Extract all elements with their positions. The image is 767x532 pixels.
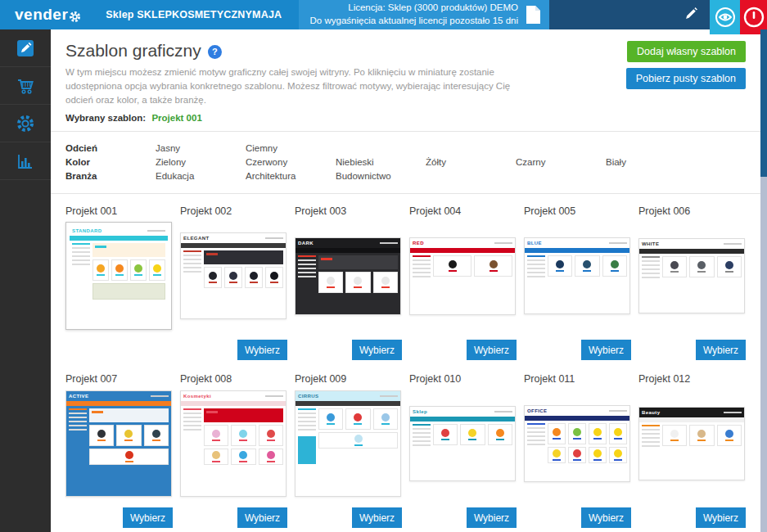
- document-icon[interactable]: [526, 5, 541, 25]
- thumb-logo: Beauty: [642, 410, 660, 415]
- thumb-product-row: [433, 424, 512, 445]
- template-thumbnail[interactable]: Beauty: [638, 407, 745, 480]
- gear-icon: [15, 113, 36, 134]
- vendero-logo-text: vender: [15, 6, 68, 24]
- selected-template-line: Wybrany szablon: Projekt 001: [65, 113, 626, 123]
- filter-option[interactable]: Niebieski: [336, 156, 426, 169]
- thumb-product-row: [548, 423, 627, 444]
- page-title: Szablon graficzny: [65, 41, 201, 61]
- thumb-logo: STANDARD: [72, 228, 102, 233]
- filter-option[interactable]: Architektura: [246, 169, 336, 183]
- template-title: Projekt 011: [524, 373, 638, 386]
- template-thumbnail[interactable]: ACTIVE: [65, 390, 172, 497]
- template-title: Projekt 005: [524, 205, 638, 219]
- selected-template-value[interactable]: Projekt 001: [151, 113, 201, 123]
- cart-icon: [15, 75, 36, 97]
- thumb-map-block: [92, 283, 165, 300]
- thumb-logo: BLUE: [527, 241, 542, 246]
- thumb-product-row: [92, 259, 165, 281]
- wybierz-button[interactable]: Wybierz: [352, 507, 402, 528]
- template-card: Projekt 008KosmetykiWybierz: [180, 373, 295, 528]
- shop-name: Sklep SKLEPKOSMETYCZNYMAJA: [106, 0, 282, 29]
- template-card: Projekt 005BLUEWybierz: [524, 205, 638, 360]
- thumb-product-row: [89, 449, 169, 465]
- help-icon[interactable]: ?: [208, 45, 222, 59]
- download-empty-template-button[interactable]: Pobierz pusty szablon: [626, 68, 746, 89]
- filter-option[interactable]: Czerwony: [246, 156, 336, 169]
- template-thumbnail[interactable]: BLUE: [524, 237, 630, 314]
- filter-option[interactable]: Biały: [606, 156, 696, 169]
- vendero-logo[interactable]: vender: [15, 0, 81, 29]
- thumb-logo: WHITE: [642, 241, 659, 246]
- thumb-logo: DARK: [298, 241, 314, 246]
- template-title: Projekt 010: [409, 373, 524, 386]
- preview-shop-button[interactable]: [710, 0, 740, 34]
- sidebar-item-settings[interactable]: [0, 105, 51, 142]
- wybierz-button[interactable]: Wybierz: [467, 340, 517, 360]
- scrollbar-track[interactable]: [760, 29, 767, 532]
- gear-o-icon: [69, 11, 81, 23]
- add-own-template-button[interactable]: Dodaj własny szablon: [627, 41, 746, 62]
- thumb-product-row: [662, 256, 742, 277]
- sidebar-item-stats[interactable]: [0, 142, 51, 180]
- eye-icon: [714, 6, 737, 29]
- template-thumbnail[interactable]: OFFICE: [524, 405, 630, 482]
- template-thumbnail[interactable]: WHITE: [638, 238, 745, 313]
- wybierz-button[interactable]: Wybierz: [581, 340, 631, 360]
- template-title: Projekt 002: [180, 205, 295, 219]
- thumb-product-row: [433, 255, 512, 277]
- thumb-logo: Sklep: [413, 409, 427, 414]
- filter-option[interactable]: Żółty: [426, 156, 516, 169]
- wybierz-button[interactable]: Wybierz: [352, 340, 402, 360]
- power-icon: [742, 6, 765, 29]
- thumb-logo: CIRRUS: [298, 394, 318, 399]
- filter-option[interactable]: Czarny: [516, 156, 606, 169]
- wybierz-button[interactable]: Wybierz: [696, 340, 746, 360]
- template-card: Projekt 007ACTIVEWybierz: [65, 373, 180, 528]
- template-card: Projekt 010SklepWybierz: [409, 373, 524, 528]
- filter-option[interactable]: Jasny: [156, 142, 246, 156]
- wybierz-button[interactable]: Wybierz: [237, 507, 287, 528]
- template-card: Projekt 012BeautyWybierz: [638, 373, 753, 528]
- wybierz-button[interactable]: Wybierz: [581, 507, 631, 528]
- scrollbar-thumb[interactable]: [760, 29, 767, 177]
- filter-row: KolorZielonyCzerwonyNiebieskiŻółtyCzarny…: [65, 156, 760, 169]
- filter-option[interactable]: Zielony: [156, 156, 246, 169]
- wybierz-button[interactable]: Wybierz: [696, 507, 746, 528]
- template-title: Projekt 012: [638, 373, 753, 386]
- thumb-logo: OFFICE: [527, 408, 547, 413]
- filter-row: OdcieńJasnyCiemny: [65, 142, 760, 156]
- template-title: Projekt 008: [180, 373, 295, 386]
- selected-template-label: Wybrany szablon:: [65, 113, 146, 123]
- wybierz-button[interactable]: Wybierz: [467, 507, 517, 528]
- wybierz-button[interactable]: Wybierz: [123, 507, 173, 528]
- stats-icon: [15, 151, 36, 172]
- thumb-product-row: [204, 449, 283, 465]
- template-thumbnail[interactable]: ELEGANT: [180, 232, 286, 319]
- sidebar: [0, 29, 51, 532]
- filter-label: Kolor: [65, 156, 156, 169]
- thumb-product-row: [318, 432, 398, 449]
- template-title: Projekt 006: [638, 205, 753, 219]
- template-thumbnail[interactable]: DARK: [295, 237, 401, 315]
- thumb-logo: ACTIVE: [69, 394, 88, 399]
- filter-option[interactable]: Edukacja: [156, 169, 246, 183]
- template-thumbnail[interactable]: RED: [409, 237, 516, 315]
- page-description: W tym miejscu możesz zmienić motyw grafi…: [65, 65, 536, 107]
- template-thumbnail[interactable]: Sklep: [409, 406, 516, 481]
- template-title: Projekt 004: [409, 205, 524, 219]
- template-title: Projekt 009: [295, 373, 409, 386]
- filter-option[interactable]: Budownictwo: [336, 169, 426, 183]
- license-line1: Licencja: Sklep (3000 produktów) DEMO: [310, 2, 518, 15]
- template-card: Projekt 011OFFICEWybierz: [524, 373, 638, 528]
- template-card: Projekt 009CIRRUSWybierz: [295, 373, 409, 528]
- filter-option[interactable]: Ciemny: [246, 142, 336, 156]
- sidebar-item-edit[interactable]: [0, 29, 51, 67]
- pencil-icon[interactable]: [684, 7, 698, 24]
- sidebar-item-orders[interactable]: [0, 67, 51, 105]
- topbar-tools: [549, 0, 710, 29]
- wybierz-button[interactable]: Wybierz: [237, 340, 287, 360]
- template-thumbnail[interactable]: CIRRUS: [295, 390, 401, 497]
- template-thumbnail[interactable]: Kosmetyki: [180, 390, 286, 497]
- template-thumbnail[interactable]: STANDARD: [65, 222, 172, 330]
